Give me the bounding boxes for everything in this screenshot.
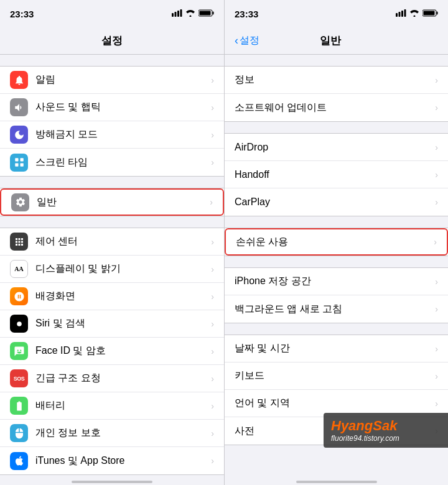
back-label: 설정 [240,34,259,47]
airdrop-chevron: › [435,142,438,152]
back-button[interactable]: ‹ 설정 [235,34,259,47]
settings-item-general[interactable]: 일반 › [0,188,224,216]
privacy-label: 개인 정보 보호 [35,427,211,440]
right-item-airdrop[interactable]: AirDrop › [225,134,448,161]
signal-icon [172,9,182,19]
svg-rect-0 [172,13,174,17]
settings-item-dnd[interactable]: 방해금지 모드 › [0,121,224,149]
general-chevron: › [210,197,213,207]
svg-rect-9 [15,164,18,167]
left-group-2: 일반 › [0,188,224,216]
storage-label: iPhone 저장 공간 [235,275,435,288]
appstore-label: iTunes 및 App Store [35,455,211,468]
settings-item-alarm[interactable]: 알림 › [0,67,224,94]
display-label: 디스플레이 및 밝기 [35,262,211,275]
settings-item-siri[interactable]: Siri 및 검색 › [0,310,224,338]
svg-rect-10 [20,164,23,167]
control-chevron: › [211,237,214,247]
right-home-indicator [225,481,448,485]
settings-item-sound[interactable]: 사운드 및 햅틱 › [0,94,224,121]
keyboard-label: 키보드 [235,369,435,382]
settings-item-appstore[interactable]: iTunes 및 App Store › [0,447,224,474]
left-group-1: 알림 › 사운드 및 햅틱 › 방해금지 모드 › [0,66,224,177]
battery-chevron: › [211,401,214,411]
svg-rect-7 [15,158,18,161]
left-settings-list: 알림 › 사운드 및 햅틱 › 방해금지 모드 › [0,55,224,481]
display-icon: AA [10,260,28,278]
appstore-icon [10,452,28,470]
privacy-chevron: › [211,428,214,438]
svg-rect-18 [424,11,435,15]
datetime-label: 날짜 및 시간 [235,342,435,355]
right-item-storage[interactable]: iPhone 저장 공간 › [225,268,448,295]
left-panel: 23:33 설정 알림 › [0,0,224,485]
software-chevron: › [435,103,438,113]
settings-item-control[interactable]: 제어 센터 › [0,228,224,256]
storage-chevron: › [435,277,438,287]
sos-icon: SOS [10,369,28,387]
settings-item-wallpaper[interactable]: 배경화면 › [0,283,224,310]
right-item-background[interactable]: 백그라운드 앱 새로 고침 › [225,295,448,323]
right-item-accessibility[interactable]: 손쉬운 사용 › [225,228,448,256]
privacy-icon [10,424,28,442]
left-nav-title: 설정 [101,34,123,48]
svg-rect-2 [177,11,179,17]
right-item-keyboard[interactable]: 키보드 › [225,363,448,390]
general-label: 일반 [37,196,210,209]
faceid-label: Face ID 및 암호 [35,344,211,358]
right-status-bar: 23:33 [225,0,448,27]
left-group-3: 제어 센터 › AA 디스플레이 및 밝기 › 배경화면 › [0,228,224,475]
right-panel: 23:33 ‹ 설정 일반 정보 › [224,0,448,485]
info-chevron: › [435,75,438,85]
right-item-software[interactable]: 소프트웨어 업데이트 › [225,94,448,121]
sound-icon [10,98,28,116]
carplay-label: CarPlay [235,196,435,208]
right-signal-icon [396,9,406,19]
settings-item-screentime[interactable]: 스크린 타임 › [0,149,224,176]
left-status-icons [172,9,214,19]
svg-rect-12 [396,13,398,17]
carplay-chevron: › [435,197,438,207]
right-status-icons [396,9,438,19]
settings-item-sos[interactable]: SOS 긴급 구조 요청 › [0,365,224,392]
svg-rect-5 [213,11,214,14]
dnd-chevron: › [211,130,214,140]
screentime-label: 스크린 타임 [35,156,211,169]
right-nav-title: 일반 [320,34,341,48]
right-group-1: 정보 › 소프트웨어 업데이트 › [225,66,448,122]
right-item-datetime[interactable]: 날짜 및 시간 › [225,335,448,363]
appstore-chevron: › [211,456,214,466]
datetime-chevron: › [435,344,438,354]
right-item-carplay[interactable]: CarPlay › [225,188,448,216]
svg-point-11 [17,321,22,326]
right-battery-icon [422,9,438,19]
keyboard-chevron: › [435,371,438,381]
right-item-handoff[interactable]: Handoff › [225,161,448,188]
svg-rect-3 [180,9,182,17]
airdrop-label: AirDrop [235,142,435,153]
screentime-chevron: › [211,157,214,167]
left-time: 23:33 [10,9,34,19]
watermark-site: fluorite94.tistory.com [331,434,441,443]
settings-item-display[interactable]: AA 디스플레이 및 밝기 › [0,256,224,283]
svg-rect-1 [175,12,177,17]
wallpaper-icon [10,287,28,305]
settings-item-faceid[interactable]: Face ID 및 암호 › [0,338,224,365]
right-time: 23:33 [235,9,258,19]
svg-rect-8 [20,158,23,161]
battery-icon [198,9,214,19]
wallpaper-chevron: › [211,292,214,302]
svg-rect-14 [401,11,403,17]
accessibility-label: 손쉬운 사용 [236,236,434,249]
right-group-3: 손쉬운 사용 › [225,228,448,256]
right-wifi-icon [409,9,419,19]
background-label: 백그라운드 앱 새로 고침 [235,303,435,316]
left-home-indicator [0,481,224,485]
right-item-info[interactable]: 정보 › [225,67,448,94]
settings-item-battery[interactable]: 배터리 › [0,392,224,420]
sound-label: 사운드 및 햅틱 [35,101,211,114]
settings-item-privacy[interactable]: 개인 정보 보호 › [0,420,224,447]
wifi-icon [185,9,195,19]
sound-chevron: › [211,103,214,113]
info-label: 정보 [235,73,435,86]
